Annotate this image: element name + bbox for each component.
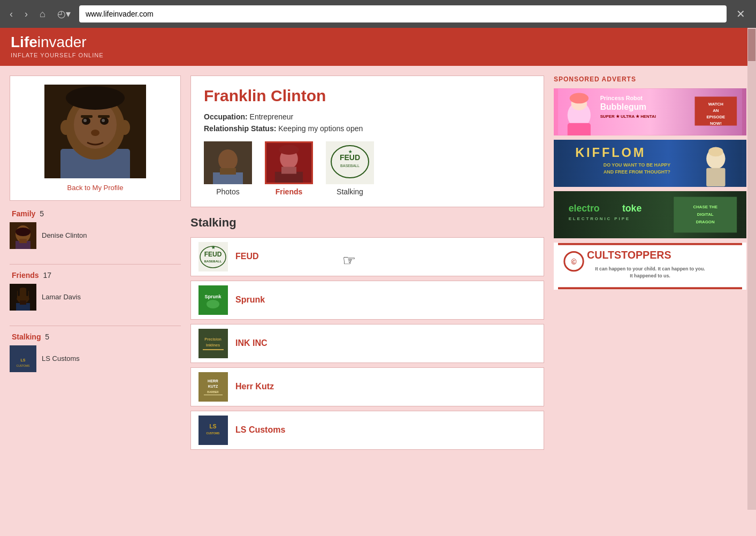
stalking-logo-inkinc: Precision Inklines <box>198 329 228 358</box>
svg-text:BASEBALL: BASEBALL <box>340 164 360 168</box>
site-logo[interactable]: Lifeinvader <box>11 34 745 51</box>
svg-text:AN: AN <box>713 108 719 113</box>
stalking-name-sprunk: Sprunk <box>235 295 265 305</box>
nav-stalking[interactable]: ★ FEUD BASEBALL Stalking <box>326 141 374 196</box>
svg-rect-61 <box>204 395 223 395</box>
svg-rect-27 <box>26 288 28 296</box>
left-column: Back to My Profile Family 5 Denise Clint… <box>10 76 181 536</box>
avatar-lamar <box>10 284 36 311</box>
stalking-item-inkinc[interactable]: Precision Inklines INK INC <box>190 324 544 363</box>
svg-text:DIGITAL: DIGITAL <box>697 212 714 217</box>
svg-rect-23 <box>20 300 26 305</box>
svg-text:SUPER ★ ULTRA ★ HENTAI: SUPER ★ ULTRA ★ HENTAI <box>600 114 656 119</box>
svg-text:CHASE THE: CHASE THE <box>693 205 717 209</box>
svg-point-12 <box>60 120 71 135</box>
svg-rect-9 <box>81 115 93 118</box>
nav-stalking-img: ★ FEUD BASEBALL <box>326 141 374 184</box>
ad-banner-cultstoppers[interactable]: © CULTSTOPPERS It can happen to your chi… <box>554 243 746 290</box>
svg-text:©: © <box>571 258 576 266</box>
svg-point-52 <box>207 300 219 308</box>
sidebar-friends-section: Friends 17 Lamar Davis <box>10 271 181 317</box>
nav-friends[interactable]: Friends <box>265 141 313 196</box>
svg-rect-94 <box>558 243 742 245</box>
svg-text:WATCH: WATCH <box>708 102 724 107</box>
home-button[interactable]: ⌂ <box>36 6 49 22</box>
sidebar-stalking-title: Stalking 5 <box>10 333 181 341</box>
avatar-denise <box>10 222 36 249</box>
nav-friends-label: Friends <box>276 187 303 196</box>
stalking-item-lscustoms-main[interactable]: LS CUSTOMS LS Customs <box>190 411 544 450</box>
svg-text:CUSTOMS: CUSTOMS <box>207 432 220 435</box>
back-button[interactable]: ‹ <box>6 6 16 22</box>
sidebar-name-denise: Denise Clinton <box>42 231 87 239</box>
address-bar[interactable] <box>79 5 727 22</box>
nav-photos-img <box>204 141 252 184</box>
stalking-logo-herrkultz: HERR KUTZ BARBER <box>198 372 228 402</box>
svg-text:KUTZ: KUTZ <box>208 384 218 388</box>
stalking-header: Stalking <box>190 216 544 230</box>
svg-rect-26 <box>18 288 20 296</box>
svg-point-32 <box>218 149 238 171</box>
svg-text:ELECTRONIC PIPE: ELECTRONIC PIPE <box>569 216 630 221</box>
sidebar-family-title: Family 5 <box>10 209 181 218</box>
right-column: SPONSORED ADVERTS Princ <box>554 76 746 536</box>
svg-text:electro: electro <box>569 203 600 214</box>
ad-banner-princess[interactable]: Princess Robot Bubblegum SUPER ★ ULTRA ★… <box>554 88 746 135</box>
sidebar-item-lscustoms[interactable]: LS CUSTOMS LS Customs <box>10 345 181 372</box>
logo-bold: Life <box>11 34 37 50</box>
logo-light: invader <box>37 34 87 50</box>
svg-text:Sprunk: Sprunk <box>204 294 222 299</box>
nav-stalking-label: Stalking <box>337 187 363 196</box>
stalking-logo-feud: ★ FEUD BASEBALL <box>198 242 228 271</box>
svg-rect-19 <box>19 239 27 243</box>
svg-point-8 <box>102 119 105 122</box>
svg-text:LS: LS <box>21 358 26 362</box>
main-area: Back to My Profile Family 5 Denise Clint… <box>0 66 756 536</box>
svg-text:toke: toke <box>622 203 642 214</box>
sidebar-item-denise[interactable]: Denise Clinton <box>10 222 181 249</box>
scrollbar[interactable] <box>747 28 756 510</box>
stalking-name-herrkultz: Herr Kutz <box>235 382 274 391</box>
forward-button[interactable]: › <box>21 6 31 22</box>
svg-text:DO YOU WANT TO BE HAPPY: DO YOU WANT TO BE HAPPY <box>604 162 670 168</box>
stalking-name-lscustoms-main: LS Customs <box>235 425 285 435</box>
center-column: Franklin Clinton Occupation: Entrepreneu… <box>190 76 544 536</box>
svg-point-11 <box>91 130 100 136</box>
sidebar-stalking-section: Stalking 5 LS CUSTOMS LS Customs <box>10 333 181 379</box>
stalking-item-feud[interactable]: ★ FEUD BASEBALL FEUD <box>190 237 544 276</box>
svg-rect-24 <box>15 289 17 299</box>
scrollbar-thumb[interactable] <box>748 29 755 61</box>
profile-nav: Photos Friends <box>204 141 531 196</box>
svg-rect-38 <box>281 167 296 173</box>
svg-point-39 <box>279 145 299 155</box>
svg-text:NOW!: NOW! <box>710 120 722 125</box>
stalking-item-sprunk[interactable]: Sprunk Sprunk <box>190 281 544 320</box>
ads-title: SPONSORED ADVERTS <box>554 76 746 83</box>
ad-banner-electrotoke[interactable]: electro toke ELECTRONIC PIPE CHASE THE D… <box>554 191 746 238</box>
ad-banner-kifflom[interactable]: KIFFLOM DO YOU WANT TO BE HAPPY AND FREE… <box>554 140 746 187</box>
svg-text:EPISODE: EPISODE <box>706 115 725 119</box>
history-button[interactable]: ◴▾ <box>54 6 74 22</box>
sidebar-name-lamar: Lamar Davis <box>42 293 81 301</box>
svg-text:It happened to us.: It happened to us. <box>630 273 670 278</box>
svg-rect-100 <box>558 287 742 289</box>
sidebar-item-lamar[interactable]: Lamar Davis <box>10 284 181 311</box>
nav-photos[interactable]: Photos <box>204 141 252 196</box>
svg-text:Precision: Precision <box>204 337 222 341</box>
profile-occupation: Occupation: Entrepreneur <box>204 112 531 121</box>
back-to-profile-link[interactable]: Back to My Profile <box>67 184 124 192</box>
site-tagline: INFLATE YOURSELF ONLINE <box>11 52 745 58</box>
svg-text:FEUD: FEUD <box>204 251 222 258</box>
close-button[interactable]: ✕ <box>732 5 750 22</box>
nav-photos-label: Photos <box>216 187 240 196</box>
sidebar-family-section: Family 5 Denise Clinton <box>10 209 181 255</box>
stalking-name-inkinc: INK INC <box>235 338 268 348</box>
svg-text:It can happen to your child. I: It can happen to your child. It can happ… <box>595 266 705 271</box>
svg-text:AND FREE FROM THOUGHT?: AND FREE FROM THOUGHT? <box>604 169 670 174</box>
svg-rect-83 <box>706 168 725 186</box>
stalking-name-feud: FEUD <box>235 252 259 261</box>
stalking-item-herrkultz[interactable]: HERR KUTZ BARBER Herr Kutz <box>190 367 544 406</box>
svg-text:Bubblegum: Bubblegum <box>600 102 646 111</box>
sidebar-friends-title: Friends 17 <box>10 271 181 280</box>
profile-card: Back to My Profile <box>10 76 181 201</box>
